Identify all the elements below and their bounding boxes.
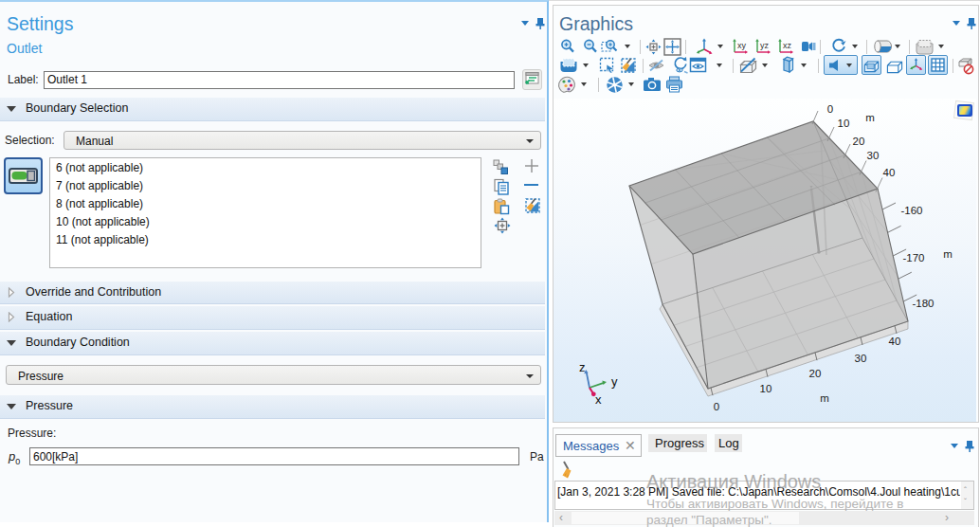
svg-text:z: z (579, 360, 586, 374)
svg-text:30: 30 (867, 150, 880, 161)
svg-text:xz: xz (783, 41, 792, 50)
svg-text:m: m (820, 392, 829, 404)
svg-text:m: m (943, 248, 953, 260)
svg-text:yz: yz (760, 41, 770, 50)
svg-text:30: 30 (855, 353, 867, 364)
svg-text:xy: xy (737, 41, 747, 50)
svg-text:10: 10 (838, 118, 850, 129)
svg-text:40: 40 (883, 167, 896, 178)
svg-text:-170: -170 (902, 252, 924, 264)
svg-text:0: 0 (827, 103, 833, 115)
svg-text:-180: -180 (912, 298, 934, 309)
svg-text:0: 0 (714, 401, 719, 412)
svg-text:10: 10 (760, 383, 772, 394)
svg-text:x: x (595, 392, 602, 407)
svg-text:20: 20 (809, 368, 822, 379)
svg-text:20: 20 (853, 136, 865, 147)
svg-text:-160: -160 (900, 205, 922, 216)
svg-text:40: 40 (889, 336, 901, 347)
svg-text:y: y (611, 374, 618, 389)
svg-text:m: m (865, 112, 875, 123)
